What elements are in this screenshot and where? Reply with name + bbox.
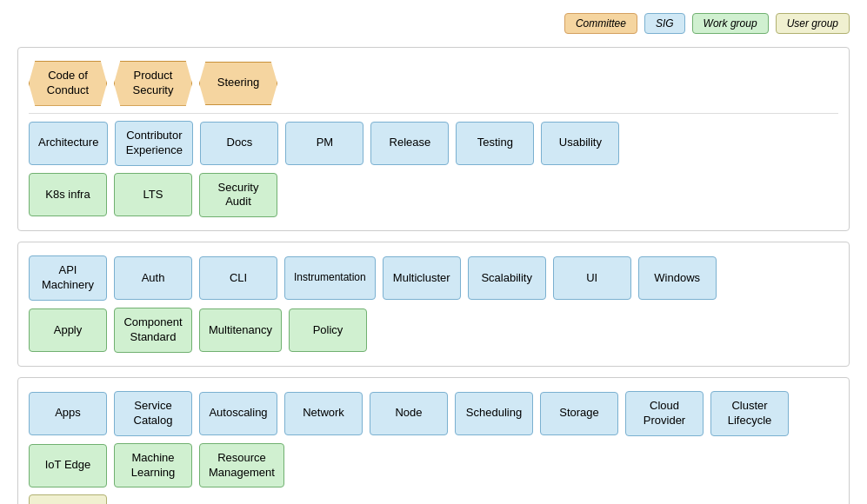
- box-scheduling: Scheduling: [455, 392, 533, 435]
- box-auth: Auth: [114, 256, 192, 300]
- sig-row-1: Architecture ContributorExperience Docs …: [29, 121, 838, 166]
- workgroup-row-2: Apply ComponentStandard Multitenancy Pol…: [29, 308, 838, 353]
- box-cloud-provider: CloudProvider: [625, 391, 704, 436]
- legend-sig: SIG: [644, 13, 685, 34]
- box-contributor-experience: ContributorExperience: [115, 121, 193, 166]
- box-machine-learning: MachineLearning: [114, 443, 192, 488]
- box-k8s-infra: K8s infra: [29, 173, 107, 216]
- box-release: Release: [370, 122, 449, 165]
- box-windows: Windows: [638, 256, 717, 300]
- usergroup-row: Big Data: [29, 494, 838, 504]
- section-infra: Apps ServiceCatalog Autoscaling Network …: [17, 377, 850, 504]
- box-autoscaling: Autoscaling: [199, 392, 277, 435]
- workgroup-row-1: K8s infra LTS SecurityAudit: [29, 173, 838, 218]
- box-storage: Storage: [540, 392, 618, 435]
- box-multicluster: Multicluster: [383, 256, 461, 300]
- committee-row: Code ofConduct ProductSecurity Steering: [29, 61, 838, 106]
- workgroup-row-3: IoT Edge MachineLearning ResourceManagem…: [29, 443, 838, 488]
- box-big-data: Big Data: [29, 494, 107, 504]
- main-container: Committee SIG Work group User group Code…: [0, 0, 867, 504]
- box-code-of-conduct: Code ofConduct: [29, 61, 107, 106]
- legend-usergroup: User group: [776, 13, 850, 34]
- box-testing: Testing: [456, 122, 534, 165]
- section-platform: APIMachinery Auth CLI Instrumentation Mu…: [17, 242, 850, 367]
- legend-workgroup: Work group: [692, 13, 769, 34]
- box-steering: Steering: [199, 62, 277, 105]
- box-cluster-lifecycle: ClusterLifecycle: [710, 391, 789, 436]
- box-instrumentation: Instrumentation: [284, 256, 376, 300]
- box-lts: LTS: [114, 173, 192, 216]
- box-node: Node: [370, 392, 448, 435]
- box-multitenancy: Multitenancy: [199, 308, 282, 352]
- box-usability: Usability: [541, 122, 619, 165]
- box-ui: UI: [553, 256, 631, 300]
- sig-row-3: Apps ServiceCatalog Autoscaling Network …: [29, 391, 838, 436]
- box-network: Network: [284, 392, 363, 435]
- box-product-security: ProductSecurity: [114, 61, 192, 106]
- box-component-standard: ComponentStandard: [114, 308, 192, 353]
- section-governance: Code ofConduct ProductSecurity Steering …: [17, 47, 850, 231]
- box-api-machinery: APIMachinery: [29, 255, 107, 301]
- box-apply: Apply: [29, 308, 107, 352]
- sig-row-2: APIMachinery Auth CLI Instrumentation Mu…: [29, 255, 838, 301]
- box-apps: Apps: [29, 392, 107, 435]
- box-cli: CLI: [199, 256, 277, 300]
- box-architecture: Architecture: [29, 122, 108, 165]
- legend: Committee SIG Work group User group: [17, 13, 850, 34]
- legend-committee: Committee: [564, 13, 637, 34]
- box-docs: Docs: [200, 122, 278, 165]
- box-pm: PM: [285, 122, 363, 165]
- box-iot-edge: IoT Edge: [29, 444, 107, 487]
- box-policy: Policy: [289, 308, 367, 352]
- box-service-catalog: ServiceCatalog: [114, 391, 192, 436]
- box-security-audit: SecurityAudit: [199, 173, 277, 218]
- box-resource-management: ResourceManagement: [199, 443, 284, 488]
- box-scalability: Scalability: [468, 256, 546, 300]
